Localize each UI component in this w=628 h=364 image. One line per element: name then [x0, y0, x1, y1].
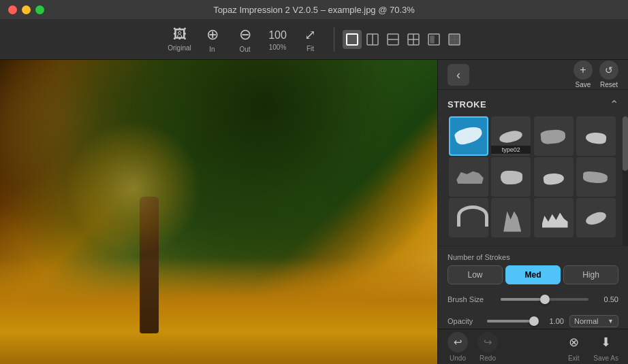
- zoom-fit-label: Fit: [307, 45, 314, 52]
- brush-grid: type02: [443, 116, 623, 237]
- main-toolbar: 🖼 Original ⊕ In ⊖ Out 100 100% ⤢ Fit: [0, 19, 628, 60]
- redo-button[interactable]: ↪ Redo: [477, 332, 498, 362]
- brush-item-8[interactable]: [576, 157, 616, 197]
- undo-button[interactable]: ↩ Undo: [448, 332, 468, 362]
- collapse-stroke-button[interactable]: ⌃: [610, 98, 618, 111]
- brush-item-12[interactable]: [576, 198, 616, 237]
- brush-item-4[interactable]: [576, 116, 616, 156]
- svg-rect-14: [455, 40, 459, 44]
- brush-size-control: Brush Size 0.50: [448, 293, 618, 306]
- view-quad-button[interactable]: [404, 30, 423, 49]
- save-as-label: Save As: [593, 354, 618, 362]
- svg-rect-13: [450, 40, 454, 44]
- exit-button[interactable]: ⊗ Exit: [563, 332, 584, 362]
- brush-size-slider-thumb[interactable]: [540, 295, 550, 304]
- exit-save-actions: ⊗ Exit ⬇ Save As: [563, 332, 618, 362]
- opacity-control: Opacity 1.00 Normal ▼: [448, 314, 618, 328]
- svg-rect-11: [450, 35, 454, 39]
- panel-back-button[interactable]: ‹: [448, 64, 469, 86]
- brush-item-11[interactable]: [534, 198, 574, 237]
- reset-icon: ↺: [599, 61, 618, 80]
- strokes-button-group: Low Med High: [448, 265, 618, 284]
- brush-size-label: Brush Size: [448, 295, 495, 303]
- original-button[interactable]: 🖼 Original: [165, 22, 195, 56]
- controls-section: Number of Strokes Low Med High Brush Siz…: [438, 246, 628, 329]
- brush-preview-5: [452, 165, 486, 189]
- opacity-slider-wrap[interactable]: [487, 314, 534, 328]
- zoom-in-button[interactable]: ⊕ In: [198, 22, 227, 56]
- exit-label: Exit: [568, 354, 580, 362]
- close-window-btn[interactable]: [8, 5, 17, 14]
- strokes-med-button[interactable]: Med: [505, 265, 561, 284]
- panel-header-actions: + Save ↺ Reset: [574, 61, 618, 88]
- view-single-button[interactable]: [343, 30, 362, 49]
- number-of-strokes-control: Number of Strokes Low Med High: [448, 253, 618, 284]
- main-content: ‹ + Save ↺ Reset STROKE ⌃: [0, 60, 628, 364]
- strokes-high-button[interactable]: High: [563, 265, 618, 284]
- undo-icon: ↩: [448, 332, 468, 352]
- brush-item-3[interactable]: [534, 116, 574, 156]
- brush-label-2: type02: [491, 146, 531, 154]
- zoom-fit-button[interactable]: ⤢ Fit: [296, 22, 326, 56]
- strokes-low-button[interactable]: Low: [448, 265, 503, 284]
- stroke-section: STROKE ⌃ type02: [438, 90, 628, 329]
- image-icon: 🖼: [173, 27, 187, 42]
- save-as-button[interactable]: ⬇ Save As: [593, 332, 618, 362]
- canvas-area[interactable]: [0, 60, 437, 364]
- chevron-up-icon: ⌃: [610, 99, 618, 110]
- reset-button[interactable]: ↺ Reset: [599, 61, 618, 88]
- original-label: Original: [168, 44, 191, 52]
- plus-icon: +: [574, 61, 593, 80]
- redo-label: Redo: [480, 354, 496, 362]
- opacity-value: 1.00: [539, 317, 564, 325]
- svg-rect-9: [430, 36, 434, 43]
- brush-item-9[interactable]: [449, 198, 488, 237]
- redo-icon: ↪: [477, 332, 498, 352]
- right-panel: ‹ + Save ↺ Reset STROKE ⌃: [437, 60, 628, 364]
- brush-item-5[interactable]: [449, 157, 488, 197]
- number-of-strokes-label: Number of Strokes: [448, 253, 618, 261]
- toolbar-separator: [334, 27, 334, 52]
- zoom-out-button[interactable]: ⊖ Out: [230, 22, 260, 56]
- brush-item-10[interactable]: [491, 198, 531, 237]
- blend-mode-dropdown[interactable]: Normal ▼: [569, 315, 618, 327]
- zoom-100-icon: 100: [268, 29, 287, 42]
- undo-redo-actions: ↩ Undo ↪ Redo: [448, 332, 498, 362]
- zoom-fit-icon: ⤢: [304, 27, 316, 43]
- brush-preview-8: [578, 165, 614, 189]
- opacity-label: Opacity: [448, 317, 482, 325]
- minimize-window-btn[interactable]: [22, 5, 31, 14]
- panel-bottom-bar: ↩ Undo ↪ Redo ⊗ Exit ⬇ Save As: [438, 329, 628, 364]
- brush-preview-3: [537, 125, 571, 148]
- traffic-lights: [8, 5, 44, 14]
- view-mode-buttons: [343, 30, 464, 49]
- opacity-slider-thumb[interactable]: [529, 316, 539, 326]
- brush-size-slider-track: [501, 298, 588, 301]
- brush-item-7[interactable]: [534, 157, 574, 197]
- opacity-slider-fill: [487, 320, 534, 322]
- fullscreen-window-btn[interactable]: [35, 5, 44, 14]
- stroke-section-title: STROKE: [448, 99, 486, 110]
- canvas-image: [0, 60, 437, 364]
- back-arrow-icon: ‹: [456, 69, 460, 81]
- brush-preview-12: [580, 205, 612, 231]
- save-preset-button[interactable]: + Save: [574, 61, 593, 88]
- brush-item-2[interactable]: type02: [491, 116, 531, 156]
- view-side-button[interactable]: [424, 30, 443, 49]
- dropdown-arrow-icon: ▼: [608, 318, 614, 325]
- brush-size-slider-wrap[interactable]: [501, 293, 588, 306]
- view-split-v-button[interactable]: [363, 30, 382, 49]
- save-label: Save: [576, 81, 591, 88]
- window-title: Topaz Impression 2 V2.0.5 – example.jpg …: [213, 5, 415, 15]
- brush-preview-2: [494, 125, 528, 148]
- brush-scrollbar-thumb[interactable]: [623, 116, 628, 171]
- blend-mode-value: Normal: [574, 317, 598, 325]
- brush-preview-10: [494, 206, 528, 230]
- brush-item-6[interactable]: [491, 157, 531, 197]
- brush-scrollbar-track: [623, 116, 628, 246]
- zoom-100-button[interactable]: 100 100%: [263, 22, 293, 56]
- brush-item-1[interactable]: [449, 116, 488, 156]
- view-extra-button[interactable]: [445, 30, 464, 49]
- view-split-h-button[interactable]: [383, 30, 403, 49]
- brush-preview-4: [579, 125, 613, 148]
